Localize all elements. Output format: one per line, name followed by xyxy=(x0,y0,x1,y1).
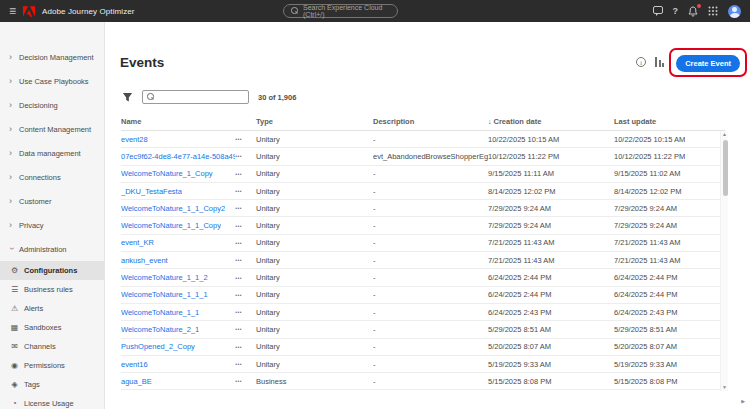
sidebar-item-content-management[interactable]: › Content Management xyxy=(0,117,104,141)
table-body: event28 ••• Unitary - 10/22/2025 10:15 A… xyxy=(121,131,725,390)
event-type: Unitary xyxy=(256,360,373,369)
create-event-button[interactable]: Create Event xyxy=(676,55,740,72)
more-options-icon[interactable]: ••• xyxy=(235,188,242,194)
filter-icon[interactable] xyxy=(122,92,133,103)
table-row[interactable]: WelcomeToNature_1_1_Copy ••• Unitary - 7… xyxy=(121,217,725,234)
event-name-link[interactable]: event_KR xyxy=(121,238,154,247)
rules-icon: ☰ xyxy=(10,286,19,294)
menu-icon[interactable]: ≡ xyxy=(9,5,16,17)
column-header-name[interactable]: Name xyxy=(121,117,256,126)
event-type: Business xyxy=(256,377,373,386)
event-creation-date: 6/24/2025 2:43 PM xyxy=(488,308,614,317)
more-options-icon[interactable]: ••• xyxy=(235,171,242,177)
event-name-link[interactable]: PushOpened_2_Copy xyxy=(121,342,195,351)
column-header-last-update[interactable]: Last update xyxy=(614,117,725,126)
table-row[interactable]: WelcomeToNature_1_1_1 ••• Unitary - 6/24… xyxy=(121,287,725,304)
more-options-icon[interactable]: ••• xyxy=(235,344,242,350)
sidebar-item-use-case-playbooks[interactable]: › Use Case Playbooks xyxy=(0,69,104,93)
event-name-link[interactable]: _DKU_TestaFesta xyxy=(121,187,182,196)
event-last-update: 5/15/2025 8:08 PM xyxy=(614,377,725,386)
sidebar-item-configurations[interactable]: ⚙ Configurations xyxy=(0,261,104,280)
sidebar-item-connections[interactable]: › Connections xyxy=(0,165,104,189)
event-name-link[interactable]: WelcomeToNature_1_1_Copy xyxy=(121,221,221,230)
event-name-link[interactable]: event16 xyxy=(121,360,148,369)
more-options-icon[interactable]: ••• xyxy=(235,153,242,159)
more-options-icon[interactable]: ••• xyxy=(235,326,242,332)
sidebar-item-business-rules[interactable]: ☰ Business rules xyxy=(0,280,104,299)
global-search[interactable]: Search Experience Cloud (Ctrl+/) xyxy=(283,4,398,18)
more-options-icon[interactable]: ••• xyxy=(235,240,242,246)
more-options-icon[interactable]: ••• xyxy=(235,275,242,281)
event-type: Unitary xyxy=(256,273,373,282)
table-row[interactable]: WelcomeToNature_1_1_Copy2 ••• Unitary - … xyxy=(121,200,725,217)
more-options-icon[interactable]: ••• xyxy=(235,257,242,263)
assistant-icon[interactable] xyxy=(653,6,663,16)
notifications-icon[interactable] xyxy=(688,6,698,17)
more-options-icon[interactable]: ••• xyxy=(235,309,242,315)
more-options-icon[interactable]: ••• xyxy=(235,361,242,367)
event-description: - xyxy=(373,377,488,386)
event-name-link[interactable]: WelcomeToNature_1_1 xyxy=(121,308,199,317)
table-row[interactable]: PushOpened_2_Copy ••• Unitary - 5/20/202… xyxy=(121,339,725,356)
sidebar-item-privacy[interactable]: › Privacy xyxy=(0,213,104,237)
sidebar: › Decision Management › Use Case Playboo… xyxy=(0,22,105,409)
table-search[interactable] xyxy=(142,90,249,104)
more-options-icon[interactable]: ••• xyxy=(235,136,242,142)
scroll-right-button[interactable]: ▶ xyxy=(741,398,745,404)
chevron-right-icon: › xyxy=(9,221,14,230)
event-name-link[interactable]: ankush_event xyxy=(121,256,168,265)
sidebar-item-sandboxes[interactable]: ▦ Sandboxes xyxy=(0,318,104,337)
event-name-link[interactable]: 07ec9f62-4de8-4e77-a14e-508a49 xyxy=(121,152,235,161)
table-search-input[interactable] xyxy=(158,94,244,101)
event-name-link[interactable]: WelcomeToNature_1_1_2 xyxy=(121,273,208,282)
more-options-icon[interactable]: ••• xyxy=(235,378,242,384)
event-name-link[interactable]: WelcomeToNature_2_1 xyxy=(121,325,199,334)
table-row[interactable]: 07ec9f62-4de8-4e77-a14e-508a49 ••• Unita… xyxy=(121,148,725,165)
table-row[interactable]: ankush_event ••• Unitary - 7/21/2025 11:… xyxy=(121,252,725,269)
event-name-link[interactable]: event28 xyxy=(121,135,148,144)
app-switcher-icon[interactable] xyxy=(708,6,718,16)
table-row[interactable]: WelcomeToNature_2_1 ••• Unitary - 5/29/2… xyxy=(121,321,725,338)
table-row[interactable]: event_KR ••• Unitary - 7/21/2025 11:43 A… xyxy=(121,235,725,252)
scrollbar-thumb[interactable] xyxy=(723,140,728,196)
table-row[interactable]: _DKU_TestaFesta ••• Unitary - 8/14/2025 … xyxy=(121,183,725,200)
table-row[interactable]: agua_BE ••• Business - 5/15/2025 8:08 PM… xyxy=(121,373,725,390)
event-last-update: 7/29/2025 9:24 AM xyxy=(614,204,725,213)
table-row[interactable]: WelcomeToNature_1_Copy ••• Unitary - 9/1… xyxy=(121,166,725,183)
column-header-type[interactable]: Type xyxy=(256,117,373,126)
sidebar-item-license-usage[interactable]: ◔ License Usage xyxy=(0,394,104,409)
table-row[interactable]: event16 ••• Unitary - 5/19/2025 9:33 AM … xyxy=(121,356,725,373)
more-options-icon[interactable]: ••• xyxy=(235,223,242,229)
sidebar-item-channels[interactable]: ✉ Channels xyxy=(0,337,104,356)
sidebar-item-permissions[interactable]: ◉ Permissions xyxy=(0,356,104,375)
info-icon[interactable]: i xyxy=(636,57,646,67)
sidebar-item-alerts[interactable]: ⚠ Alerts xyxy=(0,299,104,318)
table-settings-icon[interactable] xyxy=(655,57,664,67)
sidebar-item-administration[interactable]: › Administration xyxy=(0,237,104,261)
sidebar-item-decisioning[interactable]: › Decisioning xyxy=(0,93,104,117)
table-row[interactable]: event28 ••• Unitary - 10/22/2025 10:15 A… xyxy=(121,131,725,148)
vertical-scrollbar[interactable]: ▲ ▼ xyxy=(720,131,728,391)
avatar[interactable] xyxy=(728,5,741,18)
sidebar-item-data-management[interactable]: › Data management xyxy=(0,141,104,165)
column-header-description[interactable]: Description xyxy=(373,117,488,126)
event-description: - xyxy=(373,290,488,299)
sidebar-item-customer[interactable]: › Customer xyxy=(0,189,104,213)
help-icon[interactable]: ? xyxy=(673,6,679,16)
event-name-link[interactable]: WelcomeToNature_1_Copy xyxy=(121,169,213,178)
more-options-icon[interactable]: ••• xyxy=(235,292,242,298)
scroll-down-button[interactable]: ▼ xyxy=(722,384,727,391)
event-name-link[interactable]: WelcomeToNature_1_1_Copy2 xyxy=(121,204,225,213)
table-row[interactable]: WelcomeToNature_1_1 ••• Unitary - 6/24/2… xyxy=(121,304,725,321)
more-options-icon[interactable]: ••• xyxy=(235,205,242,211)
event-last-update: 6/24/2025 2:43 PM xyxy=(614,308,725,317)
scroll-up-button[interactable]: ▲ xyxy=(722,131,727,138)
column-header-creation-date[interactable]: ↓ Creation date xyxy=(488,117,614,126)
sidebar-item-decision-management[interactable]: › Decision Management xyxy=(0,45,104,69)
event-creation-date: 9/15/2025 11:11 AM xyxy=(488,169,614,178)
event-type: Unitary xyxy=(256,308,373,317)
event-name-link[interactable]: WelcomeToNature_1_1_1 xyxy=(121,290,208,299)
event-name-link[interactable]: agua_BE xyxy=(121,377,152,386)
sidebar-item-tags[interactable]: ◈ Tags xyxy=(0,375,104,394)
table-row[interactable]: WelcomeToNature_1_1_2 ••• Unitary - 6/24… xyxy=(121,269,725,286)
